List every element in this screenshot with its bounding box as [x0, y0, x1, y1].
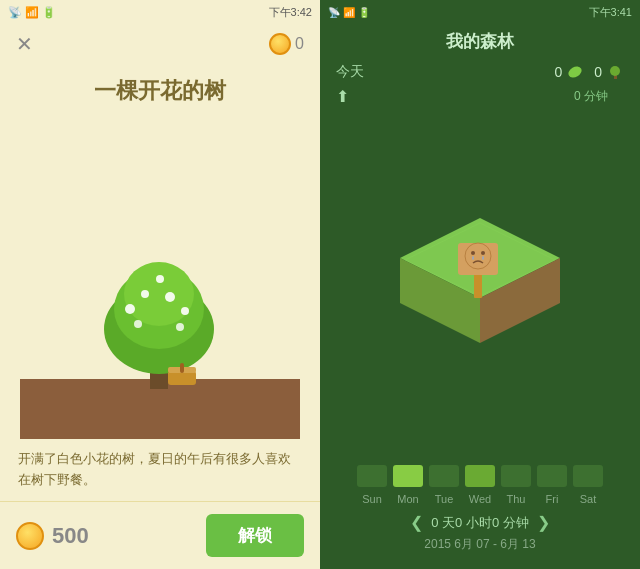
coin-count: 0 — [295, 35, 304, 53]
day-block-tue — [429, 465, 459, 487]
tree-title: 一棵开花的树 — [0, 64, 320, 114]
label-mon: Mon — [393, 493, 423, 505]
right-status-bar: 📡 📶 🔋 下午3:41 — [320, 0, 640, 24]
left-time: 下午3:42 — [269, 5, 312, 20]
leaf-icon — [566, 63, 584, 81]
svg-rect-12 — [168, 371, 196, 385]
right-panel: 📡 📶 🔋 下午3:41 我的森林 今天 0 0 — [320, 0, 640, 569]
right-header: 我的森林 — [320, 24, 640, 59]
day-block-wed — [465, 465, 495, 487]
isometric-forest-svg — [370, 188, 590, 378]
stats-values: 0 0 — [554, 63, 624, 81]
label-tue: Tue — [429, 493, 459, 505]
svg-point-6 — [141, 290, 149, 298]
next-week-button[interactable]: ❯ — [537, 513, 550, 532]
tree-svg — [20, 219, 300, 439]
svg-point-15 — [567, 64, 583, 80]
coin-display: 0 — [269, 33, 304, 55]
coin-icon — [269, 33, 291, 55]
svg-rect-14 — [180, 363, 184, 373]
svg-point-5 — [125, 304, 135, 314]
svg-point-26 — [481, 251, 485, 255]
svg-point-27 — [472, 256, 474, 260]
svg-point-28 — [482, 256, 484, 260]
label-sat: Sat — [573, 493, 603, 505]
time-label: 0 分钟 — [574, 88, 624, 105]
day-labels: Sun Mon Tue Wed Thu Fri Sat — [336, 493, 624, 505]
left-header: ✕ 0 — [0, 24, 320, 64]
label-fri: Fri — [537, 493, 567, 505]
stat1-count: 0 — [554, 64, 562, 80]
time-summary: 0 天0 小时0 分钟 — [431, 514, 529, 532]
share-button[interactable]: ⬆ — [336, 87, 349, 106]
right-wifi-icon: 📶 — [343, 7, 355, 18]
svg-point-17 — [610, 66, 620, 76]
svg-point-10 — [134, 320, 142, 328]
right-time: 下午3:41 — [589, 5, 632, 20]
tree-description: 开满了白色小花的树，夏日的午后有很多人喜欢在树下野餐。 — [18, 451, 291, 487]
price-text: 500 — [52, 523, 89, 549]
description-area: 开满了白色小花的树，夏日的午后有很多人喜欢在树下野餐。 — [0, 439, 320, 501]
close-button[interactable]: ✕ — [16, 32, 33, 56]
nav-row: ❮ 0 天0 小时0 分钟 ❯ — [336, 509, 624, 536]
left-panel: 📡 📶 🔋 下午3:42 ✕ 0 一棵开花的树 — [0, 0, 320, 569]
right-status-icons: 📡 📶 🔋 — [328, 7, 370, 18]
svg-point-8 — [181, 307, 189, 315]
right-signal-icon: 📡 — [328, 7, 340, 18]
forest-scene — [320, 108, 640, 457]
stat-trees: 0 — [594, 63, 624, 81]
date-range: 2015 6月 07 - 6月 13 — [336, 536, 624, 561]
tree-icon-small — [606, 63, 624, 81]
left-status-icons: 📡 📶 🔋 — [8, 6, 56, 19]
price-display: 500 — [16, 522, 89, 550]
day-block-fri — [537, 465, 567, 487]
today-label: 今天 — [336, 63, 364, 81]
stat2-count: 0 — [594, 64, 602, 80]
svg-point-11 — [176, 323, 184, 331]
left-status-bar: 📡 📶 🔋 下午3:42 — [0, 0, 320, 24]
day-block-thu — [501, 465, 531, 487]
week-grid — [336, 465, 624, 487]
svg-point-24 — [465, 243, 491, 269]
label-thu: Thu — [501, 493, 531, 505]
stats-row: 今天 0 0 — [320, 59, 640, 85]
svg-point-9 — [156, 275, 164, 283]
stat-leaves: 0 — [554, 63, 584, 81]
label-wed: Wed — [465, 493, 495, 505]
left-battery-icon: 🔋 — [42, 6, 56, 19]
calendar-area: Sun Mon Tue Wed Thu Fri Sat ❮ 0 天0 小时0 分… — [320, 457, 640, 569]
right-battery-icon: 🔋 — [358, 7, 370, 18]
price-coin-icon — [16, 522, 44, 550]
share-row: ⬆ 0 分钟 — [320, 85, 640, 108]
forest-title: 我的森林 — [446, 30, 514, 53]
day-block-sat — [573, 465, 603, 487]
unlock-button[interactable]: 解锁 — [206, 514, 304, 557]
day-block-sun — [357, 465, 387, 487]
day-block-mon — [393, 465, 423, 487]
svg-point-25 — [471, 251, 475, 255]
left-wifi-icon: 📶 — [25, 6, 39, 19]
label-sun: Sun — [357, 493, 387, 505]
left-signal-icon: 📡 — [8, 6, 22, 19]
svg-point-4 — [124, 262, 194, 326]
left-footer: 500 解锁 — [0, 501, 320, 569]
prev-week-button[interactable]: ❮ — [410, 513, 423, 532]
svg-point-7 — [165, 292, 175, 302]
tree-illustration — [0, 114, 320, 439]
